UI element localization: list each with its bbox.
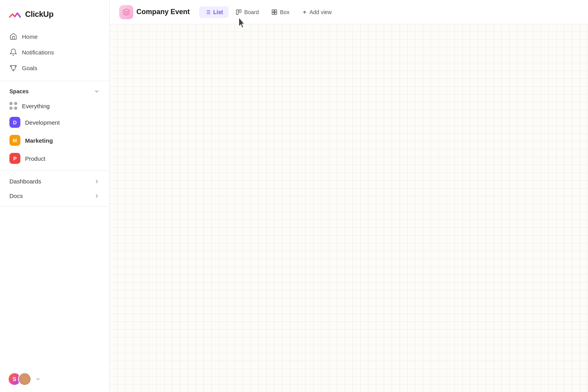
main-content: Company Event List (110, 0, 588, 392)
project-title: Company Event (136, 8, 190, 16)
svg-rect-9 (275, 10, 277, 12)
box-tab-label: Box (280, 9, 289, 15)
sidebar-item-notifications[interactable]: Notifications (5, 45, 105, 60)
view-tabs: List Board Box (199, 6, 337, 18)
sidebar-item-dashboards[interactable]: Dashboards (5, 174, 105, 189)
nav-divider (0, 81, 109, 81)
sidebar-item-everything[interactable]: Everything (5, 98, 105, 113)
topbar: Company Event List (110, 0, 588, 24)
svg-rect-6 (236, 10, 238, 15)
everything-label: Everything (22, 103, 50, 109)
spaces-section: Spaces Everything D Development M Market… (0, 84, 109, 167)
sidebar: ClickUp Home Notifications Goals (0, 0, 110, 392)
home-label: Home (22, 33, 38, 40)
bottom-sections: Dashboards Docs (0, 174, 109, 203)
notifications-label: Notifications (22, 49, 54, 56)
svg-rect-8 (272, 10, 274, 12)
svg-rect-10 (272, 12, 274, 14)
dashboards-label: Dashboards (9, 178, 41, 185)
avatar-stack: S (8, 372, 31, 386)
spaces-chevron-icon (94, 88, 100, 94)
plus-icon (302, 9, 307, 15)
sidebar-footer[interactable]: S (0, 366, 109, 392)
trophy-icon (9, 64, 17, 72)
svg-rect-7 (239, 10, 241, 13)
everything-dots-icon (9, 102, 17, 110)
sidebar-item-goals[interactable]: Goals (5, 60, 105, 75)
content-area (110, 24, 588, 392)
dashboards-chevron-icon (94, 178, 100, 185)
development-badge: D (9, 117, 20, 128)
docs-label: Docs (9, 192, 23, 199)
development-label: Development (25, 119, 60, 126)
goals-label: Goals (22, 65, 37, 71)
tab-list[interactable]: List (199, 6, 229, 18)
box-tab-icon (271, 9, 278, 15)
sidebar-item-development[interactable]: D Development (5, 113, 105, 131)
project-cube-icon (122, 8, 130, 16)
sidebar-item-docs[interactable]: Docs (5, 189, 105, 203)
product-label: Product (25, 155, 45, 162)
svg-rect-11 (275, 12, 277, 14)
add-view-button[interactable]: Add view (296, 6, 337, 18)
marketing-badge: M (9, 135, 20, 146)
marketing-label: Marketing (25, 137, 53, 144)
avatar-photo (18, 372, 31, 386)
add-view-label: Add view (309, 9, 332, 15)
app-name: ClickUp (25, 10, 53, 19)
docs-chevron-icon (94, 193, 100, 199)
bell-icon (9, 48, 17, 56)
product-badge: P (9, 153, 20, 164)
tab-box[interactable]: Box (266, 6, 295, 18)
board-tab-label: Board (244, 9, 259, 15)
tab-board[interactable]: Board (230, 6, 264, 18)
list-tab-icon (205, 9, 211, 15)
clickup-logo-icon (8, 7, 22, 21)
spaces-header[interactable]: Spaces (5, 84, 105, 98)
footer-chevron-icon (35, 376, 41, 382)
list-tab-label: List (213, 9, 223, 15)
sidebar-item-home[interactable]: Home (5, 29, 105, 44)
board-tab-icon (236, 9, 242, 15)
sidebar-item-marketing[interactable]: M Marketing (5, 131, 105, 149)
sidebar-nav: Home Notifications Goals (0, 27, 109, 78)
sidebar-logo[interactable]: ClickUp (0, 0, 109, 27)
home-icon (9, 33, 17, 40)
sidebar-item-product[interactable]: P Product (5, 149, 105, 167)
project-icon (119, 5, 133, 19)
spaces-divider (0, 171, 109, 171)
bottom-divider (0, 206, 109, 207)
spaces-label: Spaces (9, 88, 29, 94)
